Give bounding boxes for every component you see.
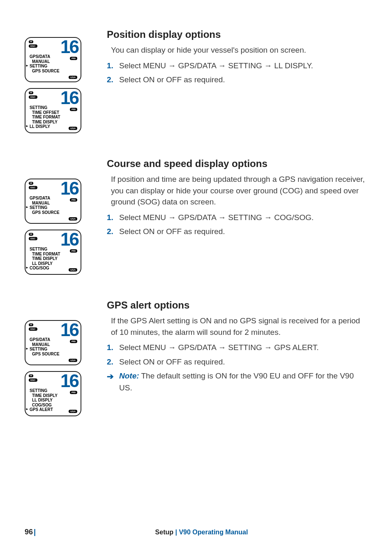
usa-badge: USA	[69, 217, 77, 220]
hi-badge: HI	[29, 323, 33, 326]
screens-col: HI DSC 16 PRI USA GPS/DATA MANUAL SETTIN…	[25, 299, 107, 416]
menu-line: LL DISPLY	[29, 261, 60, 266]
footer-section: Setup	[155, 529, 173, 536]
menu-line: TIME FORMAT	[29, 115, 60, 120]
channel-number: 16	[60, 372, 78, 390]
menu-line: TIME DISPLY	[29, 120, 60, 125]
top-icons: HI DSC	[29, 374, 37, 382]
section-course: HI DSC 16 PRI USA GPS/DATA MANUAL SETTIN…	[25, 158, 367, 275]
note-text: The default setting is ON for the V90 EU…	[119, 371, 354, 392]
step-row: 2. Select ON or OFF as required.	[107, 226, 367, 238]
menu-line: TIME FORMAT	[29, 252, 60, 257]
menu-lines: GPS/DATA MANUAL SETTING GPS SOURCE	[29, 54, 60, 73]
step-text: Select MENU → GPS/DATA → SETTING → LL DI…	[119, 60, 367, 72]
content-col: Position display options You can display…	[107, 29, 367, 88]
menu-line: TIME DISPLY	[29, 256, 60, 261]
section-intro: You can display or hide your vessel's po…	[107, 44, 367, 56]
footer-sep: |	[173, 529, 179, 536]
step-text: Select ON or OFF as required.	[119, 226, 367, 238]
arrow-right-icon: ➔	[107, 370, 119, 394]
menu-line: MANUAL	[29, 201, 60, 206]
screen-setting-cogsog: HI DSC 16 PRI USA SETTING TIME FORMAT TI…	[25, 230, 81, 275]
section-gpsalert: HI DSC 16 PRI USA GPS/DATA MANUAL SETTIN…	[25, 299, 367, 416]
channel-number: 16	[60, 38, 78, 56]
usa-badge: USA	[69, 268, 77, 272]
menu-line: GPS SOURCE	[29, 352, 60, 357]
menu-line: GPS SOURCE	[29, 69, 60, 74]
step-number: 1.	[107, 60, 119, 72]
section-intro: If the GPS Alert setting is ON and no GP…	[107, 315, 367, 338]
pri-badge: PRI	[70, 57, 77, 60]
dsc-badge: DSC	[29, 95, 37, 99]
pri-badge: PRI	[70, 108, 77, 111]
step-text: Select ON or OFF as required.	[119, 74, 367, 86]
pri-badge: PRI	[70, 391, 77, 394]
section-heading: Position display options	[107, 29, 367, 40]
menu-line: LL DISPLY	[29, 398, 58, 403]
menu-line: TIME DISPLY	[29, 393, 58, 398]
menu-line: GPS/DATA	[29, 54, 60, 59]
content-col: GPS alert options If the GPS Alert setti…	[107, 299, 367, 394]
menu-lines: SETTING TIME DISPLY LL DISPLY COG/SOG GP…	[29, 388, 58, 412]
screens-col: HI DSC 16 PRI USA GPS/DATA MANUAL SETTIN…	[25, 158, 107, 275]
menu-line: SETTING	[29, 388, 58, 393]
pri-badge: PRI	[70, 340, 77, 343]
screen-gpsdata-setting: HI DSC 16 PRI USA GPS/DATA MANUAL SETTIN…	[25, 320, 81, 365]
screen-setting-lldisply: HI DSC 16 PRI USA SETTING TIME OFFSET TI…	[25, 88, 81, 133]
menu-line-selected: SETTING	[29, 205, 60, 210]
top-icons: HI DSC	[29, 182, 37, 189]
usa-badge: USA	[69, 359, 77, 362]
menu-line: COG/SOG	[29, 403, 58, 408]
hi-badge: HI	[29, 233, 33, 236]
step-text: Select MENU → GPS/DATA → SETTING → GPS A…	[119, 342, 367, 354]
dsc-badge: DSC	[29, 44, 37, 48]
footer-center: Setup | V90 Operating Manual	[36, 529, 367, 536]
menu-lines: GPS/DATA MANUAL SETTING GPS SOURCE	[29, 196, 60, 215]
note-body: Note: The default setting is ON for the …	[119, 370, 367, 394]
hi-badge: HI	[29, 374, 33, 377]
channel-number: 16	[60, 179, 78, 197]
step-text: Select MENU → GPS/DATA → SETTING → COG/S…	[119, 212, 367, 224]
menu-line-selected: COG/SOG	[29, 266, 60, 271]
dsc-badge: DSC	[29, 237, 37, 240]
top-icons: HI DSC	[29, 323, 37, 331]
menu-line-selected: SETTING	[29, 347, 60, 352]
menu-lines: SETTING TIME FORMAT TIME DISPLY LL DISPL…	[29, 247, 60, 271]
screens-col: HI DSC 16 PRI USA GPS/DATA MANUAL SETTIN…	[25, 29, 107, 133]
menu-line: GPS SOURCE	[29, 210, 60, 215]
channel-number: 16	[60, 89, 78, 107]
step-number: 1.	[107, 212, 119, 224]
menu-line: GPS/DATA	[29, 337, 60, 342]
menu-line: GPS/DATA	[29, 196, 60, 201]
menu-line-selected: LL DISPLY	[29, 124, 60, 129]
step-row: 2. Select ON or OFF as required.	[107, 74, 367, 86]
page-number: 96	[25, 528, 33, 536]
page-footer: 96 | Setup | V90 Operating Manual	[25, 528, 367, 536]
top-icons: HI DSC	[29, 40, 37, 48]
step-text: Select ON or OFF as required.	[119, 356, 367, 368]
menu-lines: SETTING TIME OFFSET TIME FORMAT TIME DIS…	[29, 105, 60, 129]
usa-badge: USA	[69, 127, 77, 130]
step-number: 2.	[107, 74, 119, 86]
step-row: 1. Select MENU → GPS/DATA → SETTING → CO…	[107, 212, 367, 224]
hi-badge: HI	[29, 182, 33, 185]
step-row: 2. Select ON or OFF as required.	[107, 356, 367, 368]
channel-number: 16	[60, 321, 78, 339]
section-heading: Course and speed display options	[107, 158, 367, 169]
top-icons: HI DSC	[29, 233, 37, 240]
step-row: 1. Select MENU → GPS/DATA → SETTING → LL…	[107, 60, 367, 72]
menu-line: SETTING	[29, 105, 60, 110]
menu-line: MANUAL	[29, 342, 60, 347]
pri-badge: PRI	[70, 198, 77, 202]
note-label: Note:	[119, 371, 139, 380]
menu-line: MANUAL	[29, 59, 60, 64]
step-number: 2.	[107, 356, 119, 368]
channel-number: 16	[60, 230, 78, 248]
screen-gpsdata-setting: HI DSC 16 PRI USA GPS/DATA MANUAL SETTIN…	[25, 37, 81, 82]
section-position: HI DSC 16 PRI USA GPS/DATA MANUAL SETTIN…	[25, 29, 367, 133]
menu-line-selected: GPS ALERT	[29, 407, 58, 412]
menu-line: TIME OFFSET	[29, 110, 60, 115]
screen-gpsdata-setting: HI DSC 16 PRI USA GPS/DATA MANUAL SETTIN…	[25, 179, 81, 224]
section-heading: GPS alert options	[107, 299, 367, 311]
usa-badge: USA	[69, 410, 77, 413]
